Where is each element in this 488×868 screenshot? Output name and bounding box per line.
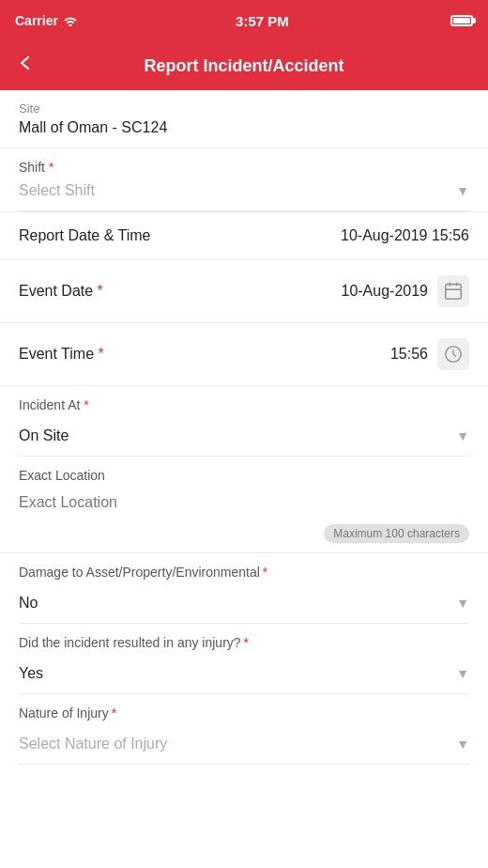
injury-chevron-icon: ▼ [456, 666, 469, 681]
event-date-required: * [93, 283, 103, 299]
damage-value: No [19, 595, 38, 612]
shift-label: Shift * [19, 160, 469, 175]
site-section: Site Mall of Oman - SC124 [0, 90, 488, 148]
incident-at-value: On Site [19, 427, 69, 444]
event-time-label: Event Time * [19, 346, 104, 363]
exact-location-label: Exact Location [19, 468, 469, 483]
incident-at-chevron-icon: ▼ [456, 428, 469, 443]
site-value: Mall of Oman - SC124 [19, 119, 469, 142]
damage-chevron-icon: ▼ [456, 596, 469, 611]
incident-at-required: * [80, 397, 88, 412]
nature-select-row[interactable]: Select Nature of Injury ▼ [19, 728, 469, 765]
shift-required-star: * [45, 160, 53, 175]
nature-placeholder: Select Nature of Injury [19, 736, 167, 752]
battery-icon [450, 15, 473, 26]
status-bar: Carrier 3:57 PM [0, 0, 488, 41]
event-time-row: Event Time * 15:56 [0, 323, 488, 386]
carrier-info: Carrier [15, 13, 78, 28]
report-datetime-row: Report Date & Time 10-Aug-2019 15:56 [0, 212, 488, 260]
page-title: Report Incident/Accident [0, 56, 488, 76]
event-time-value: 15:56 [390, 346, 428, 363]
shift-chevron-icon: ▼ [456, 183, 469, 198]
injury-label: Did the incident resulted in any injury?… [19, 635, 469, 650]
incident-at-label: Incident At * [19, 397, 469, 412]
nature-required: * [112, 705, 116, 721]
svg-rect-0 [446, 285, 462, 300]
wifi-icon [63, 15, 78, 26]
injury-select-row[interactable]: Yes ▼ [19, 658, 469, 694]
max-chars-row: Maximum 100 characters [0, 524, 488, 553]
injury-section: Did the incident resulted in any injury?… [0, 624, 488, 694]
nature-chevron-icon: ▼ [456, 736, 469, 752]
event-time-required: * [94, 346, 104, 362]
battery-fill [453, 18, 470, 23]
nature-label: Nature of Injury * [19, 705, 469, 721]
damage-section: Damage to Asset/Property/Environmental *… [0, 553, 488, 624]
back-button[interactable] [15, 53, 36, 79]
incident-at-section: Incident At * On Site ▼ [0, 386, 488, 457]
damage-label: Damage to Asset/Property/Environmental * [19, 565, 469, 580]
report-datetime-label: Report Date & Time [19, 227, 151, 244]
exact-location-input[interactable] [19, 488, 469, 520]
report-datetime-value: 10-Aug-2019 15:56 [341, 227, 469, 244]
carrier-label: Carrier [15, 13, 58, 28]
status-time: 3:57 PM [236, 13, 289, 29]
shift-section: Shift * Select Shift ▼ [0, 148, 488, 212]
shift-placeholder: Select Shift [19, 182, 95, 199]
exact-location-section: Exact Location [0, 457, 488, 524]
nature-of-injury-section: Nature of Injury * Select Nature of Inju… [0, 694, 488, 765]
form-content: Site Mall of Oman - SC124 Shift * Select… [0, 90, 488, 765]
incident-at-select-row[interactable]: On Site ▼ [19, 420, 469, 457]
event-date-row: Event Date * 10-Aug-2019 [0, 260, 488, 323]
event-date-value: 10-Aug-2019 [341, 283, 428, 300]
shift-select-row[interactable]: Select Shift ▼ [19, 182, 469, 211]
battery-indicator [447, 15, 473, 26]
damage-select-row[interactable]: No ▼ [19, 587, 469, 624]
page-header: Report Incident/Accident [0, 41, 488, 90]
site-label: Site [19, 101, 469, 116]
calendar-button[interactable] [437, 275, 469, 307]
injury-value: Yes [19, 665, 43, 682]
clock-button[interactable] [437, 338, 469, 370]
damage-required: * [263, 565, 267, 580]
calendar-icon [443, 281, 464, 302]
injury-required: * [244, 635, 249, 650]
max-chars-badge: Maximum 100 characters [324, 524, 469, 543]
clock-icon [443, 344, 464, 364]
event-date-label: Event Date * [19, 283, 103, 300]
